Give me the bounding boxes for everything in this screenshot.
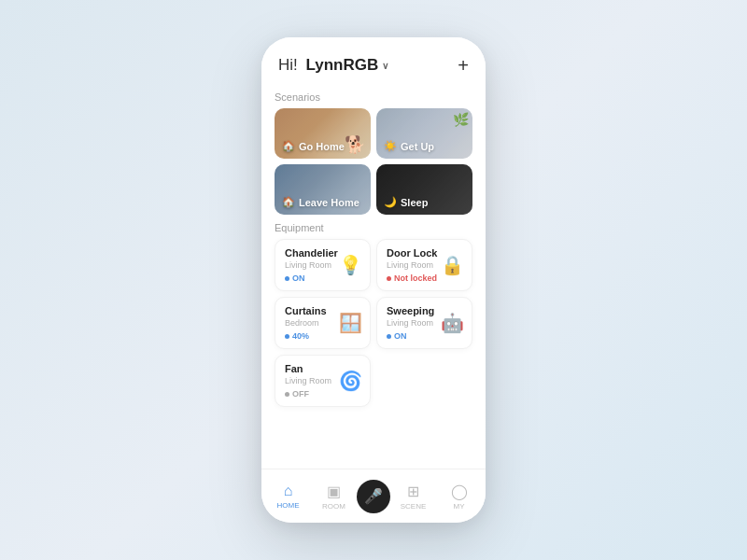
my-nav-label: MY bbox=[454, 502, 465, 511]
room-nav-label: ROOM bbox=[322, 502, 345, 511]
nav-scene[interactable]: ⊞ SCENE bbox=[390, 483, 436, 511]
sweeping-status-dot bbox=[387, 334, 391, 339]
scenario-get-up[interactable]: ☀️ Get Up bbox=[376, 108, 472, 159]
equip-fan[interactable]: Fan Living Room OFF 🌀 bbox=[275, 355, 371, 407]
scene-nav-icon: ⊞ bbox=[407, 483, 419, 500]
fan-status-dot bbox=[285, 392, 289, 397]
home-nav-icon: ⌂ bbox=[284, 483, 293, 499]
curtains-icon: 🪟 bbox=[339, 312, 362, 334]
equipment-grid: Chandelier Living Room ON 💡 Door Lock Li… bbox=[275, 239, 472, 407]
my-nav-icon: ◯ bbox=[451, 483, 468, 500]
username: LynnRGB bbox=[306, 56, 379, 75]
greeting: Hi! bbox=[278, 56, 298, 75]
scenario-go-home-label: 🏠 Go Home bbox=[282, 140, 345, 152]
leavehome-icon: 🏠 bbox=[282, 196, 295, 208]
scenario-sleep[interactable]: 🌙 Sleep bbox=[376, 164, 472, 215]
sleep-icon: 🌙 bbox=[384, 196, 397, 208]
door-lock-status-dot bbox=[387, 276, 391, 281]
header: Hi! LynnRGB ∨ + bbox=[261, 37, 486, 84]
equip-sweeping[interactable]: Sweeping Living Room ON 🤖 bbox=[376, 297, 472, 349]
equip-curtains[interactable]: Curtains Bedroom 40% 🪟 bbox=[275, 297, 371, 349]
equip-chandelier[interactable]: Chandelier Living Room ON 💡 bbox=[275, 239, 371, 291]
sweeping-icon: 🤖 bbox=[441, 312, 464, 334]
add-button[interactable]: + bbox=[458, 56, 469, 75]
chandelier-icon: 💡 bbox=[339, 254, 362, 276]
scenario-get-up-label: ☀️ Get Up bbox=[384, 140, 434, 152]
fan-icon: 🌀 bbox=[339, 370, 362, 392]
header-title: Hi! LynnRGB ∨ bbox=[278, 56, 388, 75]
equipment-label: Equipment bbox=[275, 222, 472, 233]
nav-mic-button[interactable]: 🎤 bbox=[357, 480, 390, 513]
scenario-leave-home[interactable]: 🏠 Leave Home bbox=[275, 164, 371, 215]
bottom-nav: ⌂ HOME ▣ ROOM 🎤 ⊞ SCENE ◯ MY bbox=[261, 469, 486, 523]
getup-icon: ☀️ bbox=[384, 140, 397, 152]
scenario-sleep-label: 🌙 Sleep bbox=[384, 196, 428, 208]
nav-my[interactable]: ◯ MY bbox=[436, 483, 482, 511]
curtains-status-dot bbox=[285, 334, 289, 339]
nav-home[interactable]: ⌂ HOME bbox=[265, 483, 311, 510]
home-icon: 🏠 bbox=[282, 140, 295, 152]
content-area: Scenarios 🏠 Go Home ☀️ Get Up bbox=[261, 84, 486, 469]
room-nav-icon: ▣ bbox=[327, 483, 341, 500]
scenarios-label: Scenarios bbox=[275, 91, 472, 103]
mic-icon: 🎤 bbox=[364, 487, 383, 505]
home-nav-label: HOME bbox=[277, 501, 300, 510]
phone-container: Hi! LynnRGB ∨ + Scenarios 🏠 Go Home ☀️ bbox=[261, 37, 486, 523]
scenario-go-home[interactable]: 🏠 Go Home bbox=[275, 108, 371, 159]
scenario-leave-home-label: 🏠 Leave Home bbox=[282, 196, 359, 208]
chandelier-status-dot bbox=[285, 276, 289, 281]
chevron-down-icon[interactable]: ∨ bbox=[382, 61, 388, 71]
door-lock-icon: 🔒 bbox=[441, 254, 464, 276]
equip-door-lock[interactable]: Door Lock Living Room Not locked 🔒 bbox=[376, 239, 472, 291]
scenarios-grid: 🏠 Go Home ☀️ Get Up 🏠 Leave Home bbox=[275, 108, 472, 215]
nav-room[interactable]: ▣ ROOM bbox=[311, 483, 357, 511]
scene-nav-label: SCENE bbox=[401, 502, 427, 511]
